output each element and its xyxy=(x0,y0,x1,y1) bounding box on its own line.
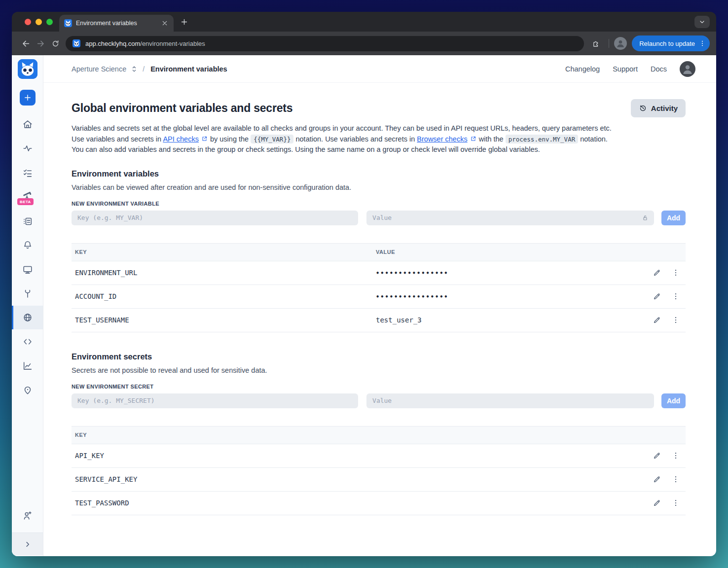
variables-section-description: Variables can be viewed after creation a… xyxy=(72,183,686,191)
close-tab-icon[interactable] xyxy=(161,19,169,27)
edit-variable-button[interactable] xyxy=(652,268,662,278)
sidebar-item-checks[interactable] xyxy=(12,161,43,185)
docs-link[interactable]: Docs xyxy=(651,65,667,73)
intro-text: notation. Use variables and secrets in xyxy=(293,135,417,143)
beta-badge: BETA xyxy=(17,198,34,205)
home-icon xyxy=(22,119,33,130)
secret-key: TEST_PASSWORD xyxy=(75,499,129,507)
toolbar-right: Relaunch to update xyxy=(589,36,710,51)
table-row: ENVIRONMENT_URL •••••••••••••••• xyxy=(72,261,686,284)
activity-button[interactable]: Activity xyxy=(631,99,686,117)
browser-toolbar: app.checklyhq.com/environment-variables … xyxy=(12,32,716,55)
back-button[interactable] xyxy=(18,36,33,51)
row-menu-button[interactable] xyxy=(671,315,681,325)
zoom-window-button[interactable] xyxy=(46,19,53,25)
user-plus-icon xyxy=(22,510,33,521)
relaunch-to-update-button[interactable]: Relaunch to update xyxy=(632,36,710,51)
address-bar[interactable]: app.checklyhq.com/environment-variables xyxy=(66,36,584,51)
tools-icon xyxy=(22,288,33,299)
intro-text: by using the xyxy=(208,135,251,143)
edit-secret-button[interactable] xyxy=(652,498,662,508)
variable-key-input[interactable] xyxy=(72,211,358,225)
key-column-header: KEY xyxy=(72,243,372,261)
sidebar-item-private-locations[interactable] xyxy=(12,378,43,402)
row-menu-button[interactable] xyxy=(671,291,681,301)
user-avatar[interactable] xyxy=(680,61,695,77)
variables-section-heading: Environment variables xyxy=(72,169,686,178)
variable-value-input[interactable] xyxy=(366,211,654,225)
sidebar-item-environment-variables[interactable] xyxy=(12,306,43,329)
browser-profile-avatar[interactable] xyxy=(614,37,627,50)
back-arrow-icon xyxy=(21,39,31,48)
account-switcher-updown-icon[interactable] xyxy=(130,65,139,73)
list-details-icon xyxy=(22,216,33,227)
lock-open-icon[interactable] xyxy=(641,214,649,222)
row-menu-button[interactable] xyxy=(671,268,681,278)
monitor-icon xyxy=(22,264,33,275)
edit-secret-button[interactable] xyxy=(652,474,662,484)
sidebar-item-snippets[interactable] xyxy=(12,330,43,354)
sidebar-item-monitoring[interactable] xyxy=(12,137,43,160)
browser-window: Environment variables app.checklyhq.com/… xyxy=(12,12,716,556)
url-domain: app.checklyhq.com xyxy=(85,40,140,47)
pencil-icon xyxy=(653,316,661,324)
variable-key: ACCOUNT_ID xyxy=(75,292,116,300)
sidebar-item-runtimes[interactable] xyxy=(12,210,43,233)
location-pin-icon xyxy=(22,385,33,395)
kebab-menu-icon xyxy=(671,316,680,324)
edit-secret-button[interactable] xyxy=(652,451,662,461)
code-chip-my-var: {{MY_VAR}} xyxy=(251,135,293,143)
relaunch-label: Relaunch to update xyxy=(639,40,695,47)
create-new-button[interactable] xyxy=(20,90,36,106)
sidebar-item-home[interactable] xyxy=(12,112,43,136)
sidebar-item-invite-user[interactable] xyxy=(12,504,43,528)
page-title-row: Global environment variables and secrets… xyxy=(72,99,686,117)
browser-tab[interactable]: Environment variables xyxy=(59,15,174,32)
secret-key: API_KEY xyxy=(75,452,104,460)
pencil-icon xyxy=(653,475,661,484)
forward-button[interactable] xyxy=(33,36,48,51)
code-chip-process-env: process.env.MY_VAR xyxy=(506,135,578,143)
row-menu-button[interactable] xyxy=(671,451,681,461)
secret-key-input[interactable] xyxy=(72,393,358,408)
secrets-table: KEY API_KEY SE xyxy=(72,426,686,515)
add-secret-button[interactable]: Add xyxy=(661,393,686,408)
checkly-logo[interactable] xyxy=(18,59,37,79)
support-link[interactable]: Support xyxy=(613,65,638,73)
edit-variable-button[interactable] xyxy=(652,291,662,301)
extensions-button[interactable] xyxy=(589,36,604,51)
edit-variable-button[interactable] xyxy=(652,315,662,325)
kebab-menu-icon xyxy=(671,475,680,484)
sidebar-item-maintenance[interactable] xyxy=(12,282,43,306)
row-menu-button[interactable] xyxy=(671,474,681,484)
minimize-window-button[interactable] xyxy=(36,19,42,25)
table-row: SERVICE_API_KEY xyxy=(72,467,686,491)
tab-search-button[interactable] xyxy=(694,16,710,28)
secret-value-input[interactable] xyxy=(366,393,654,408)
variable-value: test_user_3 xyxy=(376,316,422,324)
close-window-button[interactable] xyxy=(25,19,31,25)
sidebar-item-alerts[interactable] xyxy=(12,233,43,257)
new-tab-button[interactable] xyxy=(180,18,188,26)
sidebar-item-dashboards[interactable] xyxy=(12,258,43,282)
add-variable-button[interactable]: Add xyxy=(661,211,686,225)
api-checks-link[interactable]: API checks xyxy=(163,135,199,143)
chevron-down-icon xyxy=(698,18,706,26)
sidebar-item-analytics[interactable] xyxy=(12,354,43,378)
row-menu-button[interactable] xyxy=(671,498,681,508)
reload-button[interactable] xyxy=(48,36,63,51)
sidebar-expand-button[interactable] xyxy=(12,532,43,555)
person-icon xyxy=(681,62,694,76)
url-path: /environment-variables xyxy=(140,40,205,47)
changelog-link[interactable]: Changelog xyxy=(565,65,600,73)
key-column-header: KEY xyxy=(72,426,372,444)
browser-checks-link[interactable]: Browser checks xyxy=(417,135,467,143)
variables-table-header: KEY VALUE xyxy=(72,243,686,261)
tab-strip: Environment variables xyxy=(12,12,716,32)
kebab-menu-icon[interactable] xyxy=(698,39,706,47)
reload-icon xyxy=(51,39,60,48)
account-switcher[interactable]: Aperture Science xyxy=(72,65,126,73)
checklist-icon xyxy=(22,168,33,178)
main-panel: Global environment variables and secrets… xyxy=(43,83,716,556)
table-row: ACCOUNT_ID •••••••••••••••• xyxy=(72,284,686,308)
